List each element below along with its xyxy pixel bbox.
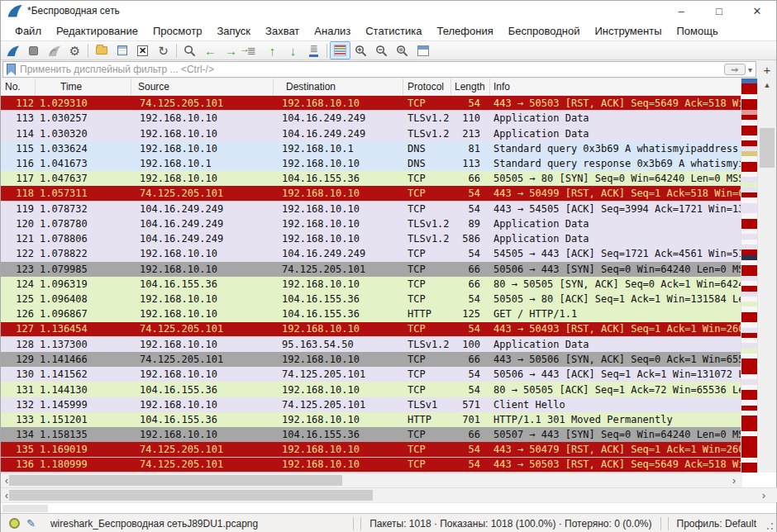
packet-row[interactable]: 125 1.096408 192.168.10.10 104.16.155.36… — [1, 292, 741, 306]
column-header[interactable]: Source — [131, 78, 274, 95]
intelligent-scrollbar-minimap[interactable] — [741, 78, 757, 473]
packet-row[interactable]: 124 1.096319 104.16.155.36 192.168.10.10… — [1, 277, 741, 292]
packet-no: 131 — [1, 384, 36, 396]
packet-info: Client Hello — [490, 399, 741, 411]
packet-info: 443 → 50503 [RST, ACK] Seq=5649 Ack=518 … — [490, 97, 741, 109]
menu-item[interactable]: Инструменты — [587, 22, 669, 40]
packet-row[interactable]: 114 1.030320 192.168.10.10 104.16.249.24… — [1, 126, 741, 140]
packet-row[interactable]: 126 1.096867 192.168.10.10 104.16.155.36… — [1, 306, 741, 321]
packet-row[interactable]: 122 1.078822 192.168.10.10 104.16.249.24… — [1, 246, 741, 261]
packet-row[interactable]: 121 1.078806 104.16.249.249 192.168.10.1… — [1, 231, 741, 246]
menu-item[interactable]: Захват — [258, 22, 307, 40]
colorize-packets-icon[interactable] — [330, 41, 350, 59]
add-filter-button[interactable]: + — [760, 63, 775, 77]
filter-dropdown-caret-icon[interactable]: ▾ — [748, 65, 752, 74]
menu-item[interactable]: Телефония — [429, 22, 500, 40]
splitter-handle[interactable] — [2, 505, 48, 512]
column-header[interactable]: Protocol — [403, 78, 451, 95]
filter-bookmark-icon[interactable] — [7, 64, 16, 75]
packet-row[interactable]: 131 1.144130 104.16.155.36 192.168.10.10… — [1, 382, 741, 397]
packet-length: 54 — [451, 384, 490, 396]
column-header[interactable]: Time — [36, 78, 131, 95]
next-packet-icon[interactable]: → — [221, 41, 241, 59]
menu-item[interactable]: Помощь — [670, 22, 726, 40]
packet-row[interactable]: 134 1.158135 192.168.10.10 104.16.155.36… — [1, 427, 741, 442]
column-header[interactable]: Length — [451, 78, 490, 95]
auto-scroll-icon[interactable]: ≣ — [303, 41, 324, 59]
packet-row[interactable]: 120 1.078780 104.16.249.249 192.168.10.1… — [1, 216, 741, 231]
minimize-button[interactable]: – — [662, 1, 700, 21]
stop-capture-icon[interactable] — [23, 41, 44, 59]
zoom-normal-icon[interactable] — [392, 41, 412, 59]
packet-row[interactable]: 123 1.079985 192.168.10.10 74.125.205.10… — [1, 262, 741, 277]
packet-row[interactable]: 118 1.057311 74.125.205.101 192.168.10.1… — [1, 186, 741, 201]
display-filter-input[interactable] — [20, 64, 724, 75]
packet-row[interactable]: 112 1.029310 74.125.205.101 192.168.10.1… — [1, 96, 741, 111]
menu-item[interactable]: Просмотр — [145, 22, 209, 40]
menu-item[interactable]: Запуск — [209, 22, 258, 40]
packet-length: 54 — [451, 293, 490, 305]
menu-item[interactable]: Анализ — [307, 22, 358, 40]
packet-row[interactable]: 132 1.145999 192.168.10.10 74.125.205.10… — [1, 397, 741, 412]
menu-item[interactable]: Редактирование — [49, 22, 145, 40]
reload-file-icon[interactable]: ↻ — [153, 41, 174, 59]
start-capture-icon[interactable] — [2, 41, 23, 59]
first-packet-icon[interactable]: ↑ — [262, 41, 283, 59]
maximize-button[interactable]: □ — [700, 1, 738, 21]
packet-no: 125 — [1, 293, 36, 305]
resize-grip[interactable] — [765, 516, 775, 531]
open-file-icon[interactable] — [91, 41, 112, 59]
profile-label[interactable]: Профиль: Default — [677, 518, 757, 530]
scroll-right-arrow-icon[interactable]: › — [758, 488, 770, 502]
resize-columns-icon[interactable] — [412, 41, 433, 59]
packet-row[interactable]: 127 1.136454 74.125.205.101 192.168.10.1… — [1, 322, 741, 337]
packet-destination: 74.125.205.101 — [274, 264, 403, 275]
restart-capture-icon[interactable] — [44, 41, 64, 59]
scroll-up-arrow-icon[interactable]: ▲ — [758, 78, 776, 92]
close-file-icon[interactable]: ✕ — [132, 41, 153, 59]
scroll-right-arrow-icon[interactable]: › — [728, 473, 740, 487]
packet-row[interactable]: 136 1.180999 74.125.205.101 192.168.10.1… — [1, 458, 741, 473]
packet-protocol: TCP — [403, 97, 451, 109]
previous-packet-icon[interactable]: ← — [200, 41, 221, 59]
capture-comment-icon[interactable]: ✎ — [26, 517, 36, 530]
vertical-scrollbar-thumb[interactable] — [760, 128, 775, 168]
packet-source: 104.16.249.249 — [131, 218, 274, 230]
detail-pane-hscrollbar[interactable]: ‹ › — [1, 487, 777, 502]
packet-row[interactable]: 129 1.141466 74.125.205.101 192.168.10.1… — [1, 352, 741, 367]
menu-item[interactable]: Беспроводной — [501, 22, 588, 40]
packet-list-hscrollbar[interactable]: ‹ › — [1, 473, 742, 487]
vertical-scrollbar[interactable]: ▲ — [757, 78, 776, 473]
column-header[interactable]: Info — [490, 78, 741, 95]
packet-row[interactable]: 135 1.169019 74.125.205.101 192.168.10.1… — [1, 442, 741, 457]
packet-row[interactable]: 128 1.137300 192.168.10.10 95.163.54.50 … — [1, 337, 741, 352]
apply-filter-button[interactable]: ➙ — [724, 64, 746, 75]
expert-info-icon[interactable] — [9, 518, 20, 529]
packet-row[interactable]: 119 1.078732 104.16.249.249 192.168.10.1… — [1, 202, 741, 216]
menu-item[interactable]: Статистика — [358, 22, 429, 40]
column-header[interactable]: Destination — [274, 78, 403, 95]
packet-row[interactable]: 117 1.047637 192.168.10.10 104.16.155.36… — [1, 171, 741, 186]
hscrollbar-thumb[interactable] — [9, 490, 373, 501]
save-file-icon[interactable] — [112, 41, 132, 59]
column-header[interactable]: No. — [1, 78, 36, 95]
packet-row[interactable]: 113 1.030257 192.168.10.10 104.16.249.24… — [1, 111, 741, 126]
go-to-packet-icon[interactable]: ≣→ — [241, 41, 262, 59]
zoom-out-icon[interactable] — [371, 41, 392, 59]
last-packet-icon[interactable]: ↓ — [283, 41, 303, 59]
packet-time: 1.079985 — [36, 264, 131, 275]
capture-options-icon[interactable]: ⚙ — [64, 41, 85, 59]
zoom-in-icon[interactable] — [350, 41, 371, 59]
packet-length: 213 — [451, 128, 490, 140]
close-button[interactable]: ✕ — [738, 1, 776, 21]
packet-source: 104.16.249.249 — [131, 203, 274, 215]
pane-splitter[interactable] — [1, 502, 776, 513]
packet-row[interactable]: 115 1.033624 192.168.10.10 192.168.10.1 … — [1, 141, 741, 156]
menu-item[interactable]: Файл — [7, 22, 49, 40]
hscrollbar-thumb[interactable] — [9, 475, 342, 486]
packet-row[interactable]: 133 1.151201 104.16.155.36 192.168.10.10… — [1, 412, 741, 427]
packet-row[interactable]: 130 1.141562 192.168.10.10 74.125.205.10… — [1, 367, 741, 382]
find-packet-icon[interactable] — [179, 41, 200, 59]
packet-info: 50505 → 80 [ACK] Seq=1 Ack=1 Win=131584 … — [490, 293, 741, 305]
packet-row[interactable]: 116 1.041673 192.168.10.1 192.168.10.10 … — [1, 156, 741, 171]
